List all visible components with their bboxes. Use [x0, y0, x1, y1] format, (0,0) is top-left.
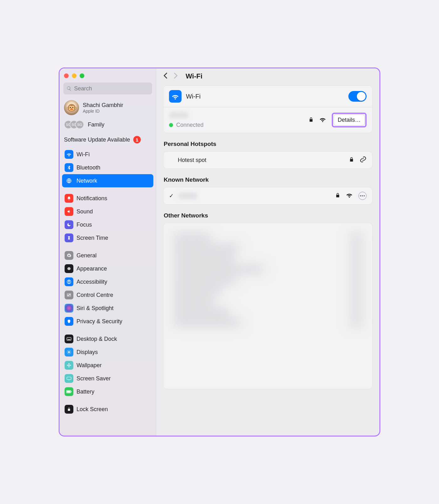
sun-icon — [65, 348, 73, 357]
sidebar-item-displays[interactable]: Displays — [62, 346, 153, 359]
search-field[interactable] — [63, 83, 152, 94]
network-name-redacted — [169, 112, 188, 119]
personal-hotspots-card: Hotest spot — [163, 151, 373, 169]
sidebar-item-screentime[interactable]: Screen Time — [62, 231, 153, 244]
sidebar-item-label: Network — [77, 178, 97, 184]
sidebar-item-notifications[interactable]: Notifications — [62, 192, 153, 205]
details-highlight: Details… — [332, 113, 367, 127]
account-sub: Apple ID — [83, 109, 123, 114]
sidebar-item-label: Wi-Fi — [77, 151, 90, 158]
details-button[interactable]: Details… — [334, 115, 365, 126]
other-networks-title: Other Networks — [164, 212, 373, 219]
window-controls — [62, 72, 153, 81]
dock-icon — [65, 335, 73, 343]
topbar: Wi-Fi — [156, 68, 379, 84]
lock-icon — [65, 405, 73, 414]
svg-point-14 — [67, 365, 68, 366]
svg-point-15 — [70, 365, 71, 366]
sound-icon — [65, 207, 73, 216]
sidebar-item-battery[interactable]: Battery — [62, 385, 153, 398]
avatar: 🐵 — [64, 100, 79, 115]
sidebar-item-siri[interactable]: Siri & Spotlight — [62, 302, 153, 315]
personal-hotspots-title: Personal Hotspots — [164, 141, 373, 147]
lock-icon — [309, 116, 314, 124]
sidebar-item-privacy[interactable]: Privacy & Security — [62, 315, 153, 328]
page-title: Wi-Fi — [186, 72, 203, 80]
sidebar-item-wallpaper[interactable]: Wallpaper — [62, 359, 153, 372]
more-options-button[interactable]: ••• — [358, 192, 367, 200]
sidebar: 🐵 Shachi Gambhir Apple ID SG SG SG Famil… — [60, 68, 156, 436]
sidebar-item-general[interactable]: General — [62, 249, 153, 262]
wifi-signal-icon — [346, 192, 353, 199]
sidebar-item-label: Focus — [77, 222, 92, 228]
known-network-row[interactable]: ✓ ••• — [163, 187, 372, 204]
sidebar-item-lockscreen[interactable]: Lock Screen — [62, 403, 153, 416]
sidebar-item-label: Lock Screen — [77, 406, 108, 413]
software-update-label: Software Update Available — [64, 137, 130, 143]
settings-window: 🐵 Shachi Gambhir Apple ID SG SG SG Famil… — [59, 67, 380, 437]
hotspot-name: Hotest spot — [169, 157, 206, 164]
sidebar-item-label: Siri & Spotlight — [77, 305, 114, 312]
known-network-title: Known Network — [164, 176, 373, 183]
wifi-toggle[interactable] — [348, 91, 367, 102]
sidebar-item-label: Bluetooth — [77, 164, 100, 171]
wifi-signal-icon — [319, 117, 326, 124]
account-name: Shachi Gambhir — [83, 102, 123, 109]
update-badge: 1 — [133, 136, 141, 143]
apple-id-row[interactable]: 🐵 Shachi Gambhir Apple ID — [62, 98, 153, 118]
sidebar-item-label: Accessibility — [77, 279, 107, 285]
close-button[interactable] — [64, 73, 69, 78]
hotspot-link-icon — [360, 156, 367, 164]
sidebar-item-label: Notifications — [77, 195, 107, 202]
status-dot-icon — [169, 123, 173, 127]
family-avatar: SG — [75, 120, 84, 129]
search-input[interactable] — [74, 85, 149, 92]
lock-icon — [349, 156, 354, 164]
sidebar-item-label: Screen Saver — [77, 375, 111, 382]
flower-icon — [65, 361, 73, 370]
sidebar-item-label: Appearance — [77, 265, 107, 272]
forward-button[interactable] — [173, 72, 178, 80]
minimize-button[interactable] — [72, 73, 77, 78]
sidebar-item-focus[interactable]: Focus — [62, 218, 153, 231]
hourglass-icon — [65, 233, 73, 242]
svg-point-7 — [69, 295, 71, 297]
software-update-row[interactable]: Software Update Available 1 — [62, 134, 153, 148]
sidebar-item-label: Desktop & Dock — [77, 336, 117, 342]
wifi-icon — [169, 90, 182, 103]
maximize-button[interactable] — [80, 73, 84, 78]
wifi-card: Wi-Fi Connected D — [163, 85, 373, 133]
sidebar-item-screensaver[interactable]: Screen Saver — [62, 372, 153, 385]
sidebar-item-network[interactable]: Network — [62, 174, 153, 187]
sidebar-item-label: Battery — [77, 389, 94, 395]
sidebar-item-bluetooth[interactable]: Bluetooth — [62, 161, 153, 174]
lock-icon — [335, 192, 340, 200]
sidebar-item-accessibility[interactable]: Accessibility — [62, 275, 153, 288]
sidebar-item-appearance[interactable]: Appearance — [62, 262, 153, 275]
battery-icon — [65, 387, 73, 396]
sidebar-item-label: Wallpaper — [77, 362, 102, 369]
wifi-icon — [65, 150, 73, 159]
svg-rect-18 — [67, 391, 70, 393]
sidebar-item-controlcentre[interactable]: Control Centre — [62, 288, 153, 302]
family-row[interactable]: SG SG SG Family — [62, 118, 153, 134]
svg-point-12 — [68, 363, 70, 364]
svg-point-13 — [68, 366, 70, 367]
hotspot-row[interactable]: Hotest spot — [163, 152, 372, 169]
svg-rect-8 — [67, 337, 71, 340]
sidebar-item-wifi[interactable]: Wi-Fi — [62, 148, 153, 161]
svg-rect-9 — [67, 339, 70, 340]
svg-point-3 — [69, 281, 69, 281]
sidebar-item-desktopdock[interactable]: Desktop & Dock — [62, 332, 153, 346]
connection-status: Connected — [176, 122, 204, 128]
svg-point-6 — [67, 293, 69, 295]
other-networks-card — [163, 223, 373, 389]
sidebar-item-sound[interactable]: Sound — [62, 205, 153, 218]
sliders-icon — [65, 291, 73, 299]
appearance-icon — [65, 264, 73, 273]
sidebar-item-label: Control Centre — [77, 292, 113, 298]
back-button[interactable] — [163, 72, 168, 80]
screensaver-icon — [65, 374, 73, 383]
bell-icon — [65, 194, 73, 203]
content-pane: Wi-Fi Wi-Fi Connected — [156, 68, 379, 436]
